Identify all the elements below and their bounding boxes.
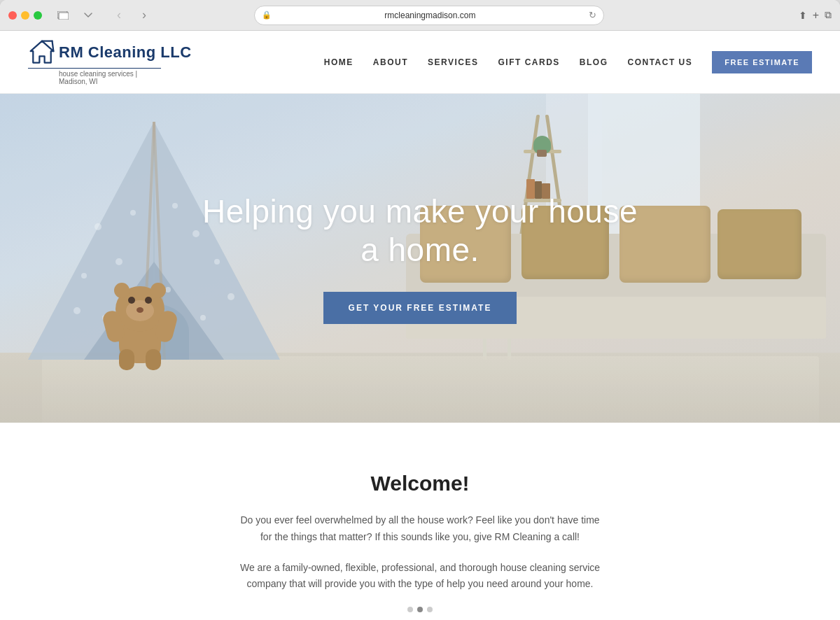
nav-item-home[interactable]: HOME	[324, 57, 354, 67]
scroll-indicator	[28, 607, 812, 612]
hero-headline: Helping you make your house a home.	[202, 192, 638, 269]
tabs-icon[interactable]	[53, 6, 73, 25]
logo-tagline: house cleaning services | Madison, WI	[28, 68, 161, 85]
welcome-paragraph-1: Do you ever feel overwhelmed by all the …	[238, 512, 602, 546]
forward-button[interactable]: ›	[134, 6, 154, 25]
traffic-lights	[8, 11, 42, 20]
browser-action-buttons: ⬆ + ⧉	[799, 9, 832, 22]
close-button[interactable]	[8, 11, 17, 20]
site-header: RM Cleaning LLC house cleaning services …	[0, 31, 840, 94]
new-tab-button[interactable]: +	[813, 9, 819, 22]
sidebar-button[interactable]: ⧉	[825, 9, 832, 21]
browser-window: ‹ › 🔒 rmcleaningmadison.com ↻ ⬆ + ⧉	[0, 0, 840, 620]
logo-icon	[28, 38, 56, 66]
svg-marker-2	[31, 41, 54, 63]
chevron-down-icon[interactable]	[78, 6, 98, 25]
nav-item-gift-cards[interactable]: GIFT CARDS	[498, 57, 560, 67]
minimize-button[interactable]	[21, 11, 29, 20]
website-content: RM Cleaning LLC house cleaning services …	[0, 31, 840, 620]
browser-titlebar: ‹ › 🔒 rmcleaningmadison.com ↻ ⬆ + ⧉	[0, 0, 840, 31]
hero-content: Helping you make your house a home. GET …	[188, 192, 652, 324]
site-nav: HOME ABOUT SERVICES GIFT CARDS BLOG CONT…	[324, 51, 812, 73]
logo-text: RM Cleaning LLC	[59, 43, 192, 62]
logo-main: RM Cleaning LLC	[28, 38, 192, 66]
maximize-button[interactable]	[34, 11, 42, 20]
scroll-dot-3	[427, 607, 433, 612]
scroll-dot-2	[417, 607, 423, 612]
welcome-title: Welcome!	[28, 472, 812, 495]
share-button[interactable]: ⬆	[799, 10, 807, 21]
nav-item-blog[interactable]: BLOG	[580, 57, 608, 67]
free-estimate-nav-button[interactable]: FREE ESTIMATE	[712, 51, 812, 73]
get-free-estimate-button[interactable]: GET YOUR FREE ESTIMATE	[323, 292, 517, 324]
back-button[interactable]: ‹	[109, 6, 129, 25]
hero-section: Helping you make your house a home. GET …	[0, 94, 840, 423]
nav-controls: ‹ ›	[109, 6, 154, 25]
browser-controls	[53, 6, 98, 25]
lock-icon: 🔒	[262, 10, 272, 20]
logo-area: RM Cleaning LLC house cleaning services …	[28, 38, 192, 85]
address-bar[interactable]: 🔒 rmcleaningmadison.com ↻	[254, 6, 604, 25]
welcome-paragraph-2: We are a family-owned, flexible, profess…	[231, 560, 609, 593]
svg-rect-1	[59, 13, 69, 20]
nav-item-about[interactable]: ABOUT	[373, 57, 408, 67]
nav-item-contact[interactable]: CONTACT US	[628, 57, 693, 67]
reload-button[interactable]: ↻	[589, 10, 596, 20]
nav-item-services[interactable]: SERVICES	[428, 57, 478, 67]
url-text: rmcleaningmadison.com	[276, 10, 584, 20]
welcome-section: Welcome! Do you ever feel overwhelmed by…	[0, 423, 840, 620]
scroll-dot-1	[407, 607, 413, 612]
